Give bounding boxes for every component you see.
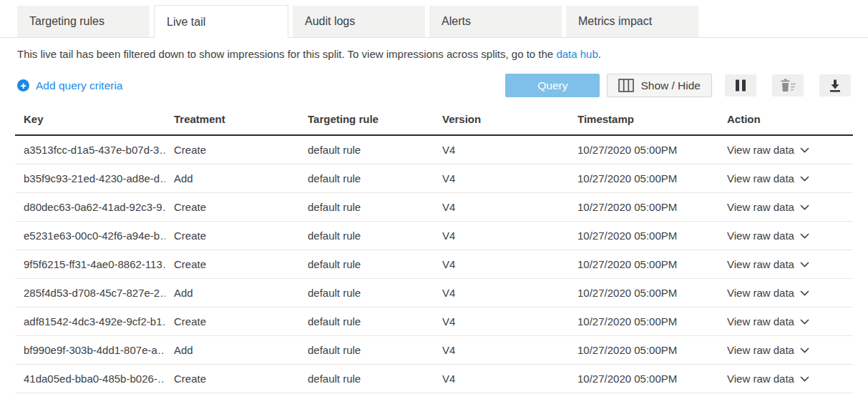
cell-key: 9f5f6215-ff31-4ae0-8862-113… xyxy=(15,250,165,278)
table-body: a3513fcc-d1a5-437e-b07d-3… Create defaul… xyxy=(15,135,853,393)
tab-alerts[interactable]: Alerts xyxy=(429,6,562,37)
view-raw-data-button[interactable]: View raw data xyxy=(727,172,809,184)
column-header-treatment: Treatment xyxy=(165,107,299,135)
view-raw-data-label: View raw data xyxy=(727,315,794,327)
cell-timestamp: 10/27/2020 05:00PM xyxy=(569,164,718,192)
data-hub-link[interactable]: data hub xyxy=(556,48,598,60)
cell-timestamp: 10/27/2020 05:00PM xyxy=(569,307,718,335)
cell-treatment: Create xyxy=(165,364,299,393)
cell-timestamp: 10/27/2020 05:00PM xyxy=(569,364,718,393)
cell-version: V4 xyxy=(434,135,569,164)
pause-icon xyxy=(735,79,746,92)
cell-targeting-rule: default rule xyxy=(299,307,434,335)
view-raw-data-button[interactable]: View raw data xyxy=(727,344,809,356)
cell-action: View raw data xyxy=(718,278,853,307)
tab-live-tail[interactable]: Live tail xyxy=(154,5,288,38)
cell-timestamp: 10/27/2020 05:00PM xyxy=(569,192,718,221)
chevron-down-icon xyxy=(800,205,809,210)
table-row: 285f4d53-d708-45c7-827e-2… Add default r… xyxy=(15,278,853,307)
show-hide-columns-button[interactable]: Show / Hide xyxy=(607,74,712,97)
plus-circle-icon: + xyxy=(17,79,29,92)
view-raw-data-button[interactable]: View raw data xyxy=(727,373,809,385)
cell-version: V4 xyxy=(434,364,569,393)
cell-treatment: Create xyxy=(165,192,299,221)
tab-audit-logs[interactable]: Audit logs xyxy=(293,6,425,37)
add-query-criteria-button[interactable]: + Add query criteria xyxy=(17,79,122,92)
table-row: e5231e63-00c0-42f6-a94e-b… Create defaul… xyxy=(15,221,853,250)
live-tail-info-text: This live tail has been filtered down to… xyxy=(17,48,851,60)
view-raw-data-label: View raw data xyxy=(727,258,794,270)
view-raw-data-label: View raw data xyxy=(727,201,794,213)
cell-action: View raw data xyxy=(718,250,853,278)
view-raw-data-button[interactable]: View raw data xyxy=(727,287,809,299)
cell-version: V4 xyxy=(434,335,569,364)
column-header-key: Key xyxy=(15,107,165,135)
info-text-after: . xyxy=(598,48,601,60)
cell-version: V4 xyxy=(434,250,569,278)
download-button[interactable] xyxy=(819,74,851,97)
cell-timestamp: 10/27/2020 05:00PM xyxy=(569,278,718,307)
cell-targeting-rule: default rule xyxy=(299,164,434,192)
table-header-row: KeyTreatmentTargeting ruleVersionTimesta… xyxy=(15,107,853,135)
view-raw-data-button[interactable]: View raw data xyxy=(727,144,809,156)
cell-version: V4 xyxy=(434,192,569,221)
column-header-targeting-rule: Targeting rule xyxy=(299,107,434,135)
cell-treatment: Add xyxy=(165,335,299,364)
cell-treatment: Create xyxy=(165,250,299,278)
column-header-timestamp: Timestamp xyxy=(569,107,718,135)
cell-timestamp: 10/27/2020 05:00PM xyxy=(569,250,718,278)
cell-action: View raw data xyxy=(718,221,853,250)
tab-bar: Targeting rulesLive tailAudit logsAlerts… xyxy=(0,0,868,38)
view-raw-data-button[interactable]: View raw data xyxy=(727,258,809,270)
pause-button[interactable] xyxy=(725,74,756,97)
chevron-down-icon xyxy=(800,290,809,296)
cell-targeting-rule: default rule xyxy=(299,250,434,278)
toolbar-right-group: Query Show / Hide xyxy=(505,74,851,97)
view-raw-data-label: View raw data xyxy=(727,287,794,299)
view-raw-data-label: View raw data xyxy=(727,230,794,242)
add-query-criteria-label: Add query criteria xyxy=(36,79,122,92)
cell-targeting-rule: default rule xyxy=(299,192,434,221)
cell-treatment: Add xyxy=(165,164,299,192)
cell-action: View raw data xyxy=(718,164,853,192)
view-raw-data-button[interactable]: View raw data xyxy=(727,315,809,327)
cell-key: bf990e9f-303b-4dd1-807e-a… xyxy=(15,335,165,364)
query-button[interactable]: Query xyxy=(505,74,600,97)
cell-action: View raw data xyxy=(718,192,853,221)
cell-timestamp: 10/27/2020 05:00PM xyxy=(569,135,718,164)
cell-key: 41da05ed-bba0-485b-b026-… xyxy=(15,364,165,393)
view-raw-data-button[interactable]: View raw data xyxy=(727,230,809,242)
cell-treatment: Create xyxy=(165,135,299,164)
view-raw-data-label: View raw data xyxy=(727,344,794,356)
cell-version: V4 xyxy=(434,164,569,192)
cell-treatment: Create xyxy=(165,307,299,335)
cell-treatment: Add xyxy=(165,278,299,307)
cell-key: d80dec63-0a62-41ad-92c3-9… xyxy=(15,192,165,221)
cell-targeting-rule: default rule xyxy=(299,135,434,164)
cell-key: b35f9c93-21ed-4230-ad8e-d… xyxy=(15,164,165,192)
table-row: bf990e9f-303b-4dd1-807e-a… Add default r… xyxy=(15,335,853,364)
column-header-action: Action xyxy=(718,107,853,135)
chevron-down-icon xyxy=(800,176,809,182)
cell-action: View raw data xyxy=(718,135,853,164)
clear-log-button[interactable] xyxy=(772,74,804,97)
cell-targeting-rule: default rule xyxy=(299,335,434,364)
table-row: 41da05ed-bba0-485b-b026-… Create default… xyxy=(15,364,853,393)
table-row: b35f9c93-21ed-4230-ad8e-d… Add default r… xyxy=(15,164,853,192)
columns-icon xyxy=(618,79,634,92)
tab-targeting-rules[interactable]: Targeting rules xyxy=(17,6,150,37)
cell-action: View raw data xyxy=(718,364,853,393)
chevron-down-icon xyxy=(800,348,809,353)
cell-targeting-rule: default rule xyxy=(299,221,434,250)
cell-version: V4 xyxy=(434,307,569,335)
view-raw-data-label: View raw data xyxy=(727,373,794,385)
cell-action: View raw data xyxy=(718,335,853,364)
chevron-down-icon xyxy=(800,319,809,325)
tab-metrics-impact[interactable]: Metrics impact xyxy=(566,6,698,37)
chevron-down-icon xyxy=(800,147,809,153)
show-hide-label: Show / Hide xyxy=(640,79,701,92)
cell-targeting-rule: default rule xyxy=(299,278,434,307)
cell-version: V4 xyxy=(434,221,569,250)
info-text-before: This live tail has been filtered down to… xyxy=(17,48,556,60)
view-raw-data-button[interactable]: View raw data xyxy=(727,201,809,213)
